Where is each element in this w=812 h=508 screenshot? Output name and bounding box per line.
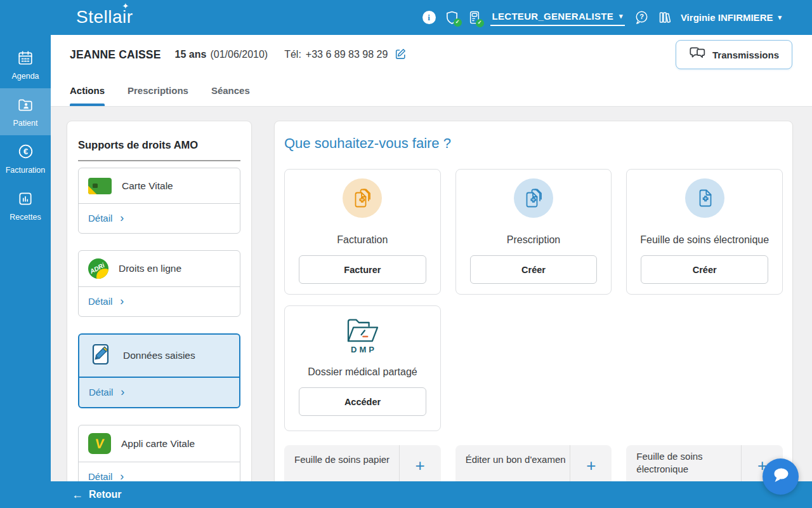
chevron-right-icon: › — [120, 471, 124, 481]
edit-icon — [394, 48, 406, 62]
support-card-header: V Appli carte Vitale — [79, 425, 240, 462]
carte-vitale-icon — [88, 178, 112, 194]
stellair-app: Stellair✦ i ✓ ✓ LECTEUR_GENERALISTE ▾ — [0, 0, 812, 508]
help-icon[interactable]: ? — [634, 10, 649, 25]
info-icon[interactable]: i — [422, 11, 436, 24]
supports-list: Carte Vitale Détail › ADRi Droits en lig… — [78, 168, 240, 481]
edit-patient-button[interactable] — [394, 48, 406, 62]
tab-bar: Actions Prescriptions Séances — [51, 74, 812, 107]
action-cards-row: Facturation Facturer Prescription — [284, 169, 783, 295]
euro-circle-icon: € — [17, 143, 34, 162]
quick-label: Feuille de soins électronique — [626, 445, 741, 481]
caret-down-icon: ▾ — [619, 12, 623, 20]
supports-title: Supports de droits AMO — [78, 139, 240, 151]
sidebar: Agenda Patient € Facturation Recettes — [0, 35, 51, 508]
chevron-right-icon: › — [121, 386, 124, 398]
sidebar-item-recettes[interactable]: Recettes — [0, 182, 51, 229]
shield-icon[interactable]: ✓ — [445, 10, 459, 25]
quick-card-fse: Feuille de soins électronique + — [626, 445, 783, 481]
add-fsp-button[interactable]: + — [399, 445, 441, 481]
detail-link[interactable]: Détail › — [79, 462, 240, 481]
organization-icon[interactable] — [658, 11, 671, 24]
chat-fab-button[interactable] — [763, 458, 799, 495]
check-badge-icon: ✓ — [454, 18, 462, 27]
main-panel: Que souhaitez-vous faire ? Facturation — [274, 121, 793, 481]
svg-text:€: € — [23, 147, 27, 156]
sidebar-item-patient[interactable]: Patient — [0, 88, 51, 135]
detail-link[interactable]: Détail › — [79, 378, 239, 407]
transmissions-button[interactable]: Transmissions — [676, 40, 792, 69]
back-label: Retour — [89, 489, 122, 500]
sidebar-item-agenda[interactable]: Agenda — [0, 41, 51, 88]
facturer-button[interactable]: Facturer — [299, 255, 426, 284]
support-label: Données saisies — [123, 350, 195, 361]
card-reader-icon[interactable]: ✓ — [468, 10, 481, 26]
check-badge-icon: ✓ — [476, 19, 484, 27]
stellair-logo[interactable]: Stellair✦ — [76, 7, 133, 27]
action-label: Prescription — [507, 234, 560, 246]
content-area: Supports de droits AMO Carte Vitale Déta… — [51, 107, 812, 481]
star-icon: ✦ — [122, 1, 129, 11]
support-card-appli-carte-vitale[interactable]: V Appli carte Vitale Détail › — [78, 425, 240, 481]
dmp-label: DMP — [348, 345, 377, 354]
support-card-header: Carte Vitale — [79, 168, 240, 203]
action-card-prescription: Prescription Créer — [455, 169, 612, 295]
quick-card-fsp: Feuille de soins papier + — [284, 445, 441, 481]
transmissions-label: Transmissions — [712, 50, 779, 60]
tab-seances[interactable]: Séances — [211, 74, 250, 106]
action-cards-row-2: DMP Dossier médical partagé Accéder — [284, 305, 783, 431]
plus-icon: + — [586, 456, 596, 481]
quick-label: Éditer un bon d'examen — [455, 445, 570, 481]
sidebar-item-label: Agenda — [11, 72, 39, 81]
patient-name: JEANNE CAISSE — [70, 48, 161, 62]
topbar-actions: i ✓ ✓ LECTEUR_GENERALISTE ▾ ? — [422, 0, 782, 35]
bar-chart-icon — [17, 190, 34, 209]
action-card-dmp: DMP Dossier médical partagé Accéder — [284, 305, 441, 431]
support-label: Carte Vitale — [122, 180, 173, 192]
quick-card-bon-examen: Éditer un bon d'examen + — [455, 445, 612, 481]
back-button[interactable]: ← Retour — [72, 488, 122, 502]
page-title: Que souhaitez-vous faire ? — [284, 135, 783, 152]
detail-link[interactable]: Détail › — [79, 287, 240, 316]
action-label: Facturation — [337, 234, 388, 246]
detail-link[interactable]: Détail › — [79, 204, 240, 233]
chat-bubble-icon — [772, 467, 790, 486]
chevron-right-icon: › — [120, 212, 124, 224]
patient-phone: +33 6 89 83 98 29 — [306, 49, 388, 60]
caret-down-icon: ▾ — [778, 13, 782, 22]
quick-label: Feuille de soins papier — [284, 445, 399, 481]
plus-icon: + — [416, 456, 425, 481]
support-card-carte-vitale[interactable]: Carte Vitale Détail › — [78, 168, 240, 234]
facturation-icon — [343, 178, 382, 218]
sidebar-item-facturation[interactable]: € Facturation — [0, 135, 51, 182]
calendar-icon — [17, 50, 34, 68]
patient-folder-icon — [17, 97, 34, 115]
action-card-fse: Feuille de soins électronique Créer — [626, 169, 783, 295]
fse-document-icon — [685, 178, 724, 218]
sidebar-item-label: Recettes — [10, 213, 41, 222]
support-card-donnees-saisies[interactable]: Données saisies Détail › — [78, 333, 240, 408]
tab-prescriptions[interactable]: Prescriptions — [128, 74, 188, 106]
user-menu[interactable]: Virginie INFIRMIERE ▾ — [681, 12, 782, 23]
footer-bar: ← Retour — [0, 481, 812, 508]
add-bon-examen-button[interactable]: + — [570, 445, 612, 481]
action-card-facturation: Facturation Facturer — [284, 169, 441, 295]
reader-selector-label: LECTEUR_GENERALISTE — [492, 11, 614, 22]
action-label: Feuille de soins électronique — [640, 234, 769, 246]
patient-header: JEANNE CAISSE 15 ans (01/06/2010) Tél: +… — [51, 35, 812, 74]
creer-prescription-button[interactable]: Créer — [470, 255, 598, 284]
support-card-header: Données saisies — [79, 335, 239, 377]
support-card-droits-en-ligne[interactable]: ADRi Droits en ligne Détail › — [78, 250, 240, 317]
creer-fse-button[interactable]: Créer — [641, 255, 768, 284]
user-name: Virginie INFIRMIERE — [681, 12, 773, 23]
support-card-header: ADRi Droits en ligne — [79, 251, 240, 286]
tab-actions[interactable]: Actions — [70, 74, 105, 106]
appli-carte-vitale-icon: V — [88, 433, 111, 454]
divider — [78, 160, 240, 161]
reader-selector[interactable]: LECTEUR_GENERALISTE ▾ — [490, 10, 625, 26]
sidebar-item-label: Patient — [13, 119, 38, 128]
prescription-icon — [514, 178, 553, 218]
acceder-dmp-button[interactable]: Accéder — [299, 387, 426, 416]
supports-panel: Supports de droits AMO Carte Vitale Déta… — [67, 121, 252, 481]
phone-label: Tél: — [284, 49, 301, 60]
